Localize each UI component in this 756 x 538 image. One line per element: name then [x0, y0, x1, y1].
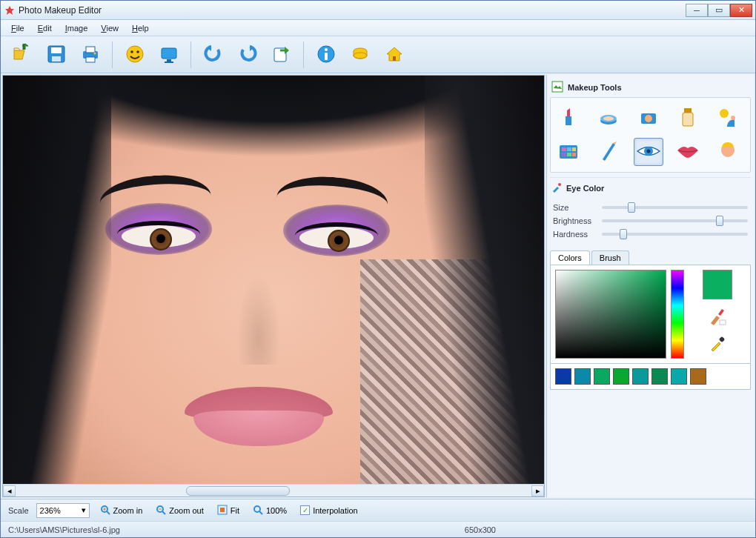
- horizontal-scrollbar[interactable]: ◂ ▸: [3, 484, 544, 497]
- slider-size: Size: [553, 203, 748, 212]
- toolbar-print[interactable]: [75, 39, 106, 70]
- check-icon: ✓: [300, 505, 310, 515]
- zoom-out-button[interactable]: Zoom out: [153, 503, 206, 518]
- svg-point-48: [254, 506, 260, 512]
- toolbar-undo[interactable]: [198, 39, 229, 70]
- scroll-left-arrow[interactable]: ◂: [3, 485, 16, 497]
- window-controls: ─ ▭ ✕: [686, 4, 752, 17]
- apply-brush-icon[interactable]: [708, 307, 727, 328]
- titlebar: Photo Makeup Editor ─ ▭ ✕: [1, 1, 755, 20]
- menu-file[interactable]: File: [5, 22, 30, 34]
- print-icon: [80, 44, 101, 66]
- maximize-button[interactable]: ▭: [708, 4, 730, 17]
- scale-combobox[interactable]: 236% ▾: [36, 503, 90, 518]
- image-dimensions: 650x300: [465, 525, 496, 534]
- tool-lips[interactable]: [673, 138, 703, 166]
- toolbar-effects[interactable]: [119, 39, 150, 70]
- toolbar-info[interactable]: [311, 39, 342, 70]
- toolbar-save[interactable]: [41, 39, 72, 70]
- swatch-6[interactable]: [671, 368, 687, 385]
- toolbar-separator: [112, 41, 113, 68]
- scale-value: 236%: [40, 506, 61, 515]
- eye-icon: [636, 143, 661, 161]
- svg-point-9: [136, 50, 139, 53]
- scroll-thumb[interactable]: [186, 486, 290, 496]
- home-icon: [384, 44, 405, 66]
- hundred-icon: [253, 505, 263, 517]
- tool-eyeshadow[interactable]: [554, 138, 583, 166]
- tool-rouge[interactable]: [634, 104, 663, 132]
- tool-tan[interactable]: [713, 104, 743, 132]
- slider-size-thumb[interactable]: [628, 202, 635, 213]
- svg-rect-4: [86, 47, 95, 53]
- svg-point-29: [720, 109, 729, 118]
- tool-lipstick[interactable]: [554, 104, 583, 132]
- eyedropper-icon[interactable]: [709, 335, 726, 354]
- slider-brightness-thumb[interactable]: [716, 216, 723, 226]
- svg-rect-11: [167, 59, 171, 62]
- toolbar-buy[interactable]: [345, 39, 376, 70]
- export-icon: [271, 44, 292, 66]
- swatch-2[interactable]: [594, 368, 610, 385]
- tool-hair[interactable]: [713, 138, 743, 166]
- fit-label: Fit: [231, 506, 239, 515]
- svg-point-26: [645, 115, 652, 122]
- toolbar-open[interactable]: [7, 39, 38, 70]
- toolbar-home[interactable]: [379, 39, 410, 70]
- hue-slider[interactable]: [671, 270, 684, 359]
- tool-powder[interactable]: [594, 104, 623, 132]
- powder-icon: [597, 106, 620, 130]
- zoom-in-button[interactable]: Zoom in: [97, 503, 146, 518]
- svg-rect-43: [718, 336, 724, 342]
- tab-brush[interactable]: Brush: [591, 250, 629, 265]
- toolbar-redo[interactable]: [232, 39, 263, 70]
- zoom-in-label: Zoom in: [113, 506, 143, 515]
- scale-label: Scale: [8, 506, 29, 515]
- swatch-3[interactable]: [613, 368, 629, 385]
- tool-eyeliner[interactable]: [594, 138, 623, 166]
- swatch-1[interactable]: [574, 368, 591, 385]
- menu-edit[interactable]: Edit: [32, 22, 58, 34]
- swatch-0[interactable]: [555, 368, 571, 385]
- svg-point-41: [558, 183, 561, 186]
- tab-colors[interactable]: Colors: [550, 250, 590, 265]
- swatch-7[interactable]: [690, 368, 706, 385]
- tool-eyecolor[interactable]: [634, 138, 663, 166]
- menu-image[interactable]: Image: [59, 22, 94, 34]
- minimize-button[interactable]: ─: [686, 4, 708, 17]
- menu-view[interactable]: View: [95, 22, 125, 34]
- photo-content: [3, 76, 544, 484]
- close-button[interactable]: ✕: [730, 4, 752, 17]
- toolbar-separator: [190, 41, 192, 68]
- slider-hardness-thumb[interactable]: [620, 229, 627, 239]
- svg-rect-37: [572, 153, 576, 156]
- display-icon: [159, 44, 179, 66]
- toolbar-screen[interactable]: [153, 39, 185, 70]
- interpolation-label: Interpolation: [313, 506, 358, 515]
- menu-help[interactable]: Help: [126, 22, 155, 34]
- slider-brightness-track[interactable]: [602, 219, 748, 222]
- interpolation-checkbox[interactable]: ✓Interpolation: [297, 504, 361, 517]
- tool-foundation[interactable]: [673, 104, 703, 132]
- swatch-5[interactable]: [651, 368, 668, 385]
- toolbar-export[interactable]: [266, 39, 297, 70]
- slider-size-track[interactable]: [602, 206, 748, 209]
- swatch-4[interactable]: [632, 368, 649, 385]
- saturation-value-box[interactable]: [555, 270, 666, 359]
- lips-icon: [676, 143, 700, 161]
- svg-point-6: [94, 52, 96, 54]
- undo-icon: [203, 44, 224, 66]
- hundred-button[interactable]: 100%: [250, 503, 290, 518]
- brush-small-icon: [551, 182, 562, 194]
- lipstick-icon: [559, 106, 578, 130]
- svg-rect-1: [51, 47, 62, 53]
- eyecolor-sliders: Size Brightness Hardness: [550, 197, 751, 245]
- image-canvas[interactable]: [3, 76, 544, 484]
- scroll-right-arrow[interactable]: ▸: [531, 485, 544, 497]
- svg-rect-12: [165, 62, 173, 63]
- fit-button[interactable]: Fit: [214, 503, 242, 518]
- svg-point-8: [130, 50, 133, 53]
- color-tabs: Colors Brush: [550, 250, 751, 265]
- slider-hardness-track[interactable]: [602, 233, 748, 236]
- slider-brightness-label: Brightness: [553, 216, 597, 225]
